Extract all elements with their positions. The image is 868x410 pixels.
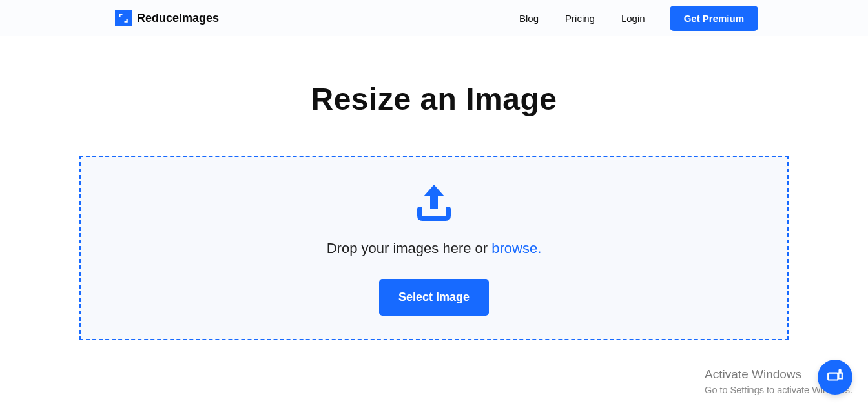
upload-icon [413,181,455,222]
feedback-fab[interactable] [818,360,852,395]
nav-pricing[interactable]: Pricing [552,10,608,26]
svg-rect-0 [828,373,838,380]
logo[interactable]: ReduceImages [115,10,219,26]
page-title: Resize an Image [311,81,557,117]
nav-blog[interactable]: Blog [506,10,552,26]
get-premium-button[interactable]: Get Premium [670,6,758,31]
feedback-icon [827,367,843,387]
logo-icon [115,10,132,26]
header: ReduceImages Blog Pricing Login Get Prem… [0,0,868,36]
browse-link[interactable]: browse. [491,240,541,256]
drop-text-prefix: Drop your images here or [327,240,492,256]
main: Resize an Image Drop your images here or… [0,36,868,340]
select-image-button[interactable]: Select Image [379,279,489,316]
dropzone[interactable]: Drop your images here or browse. Select … [79,156,789,340]
nav: Blog Pricing Login Get Premium [506,6,758,31]
logo-text: ReduceImages [137,12,219,25]
drop-text: Drop your images here or browse. [327,240,542,257]
nav-login[interactable]: Login [608,10,658,26]
